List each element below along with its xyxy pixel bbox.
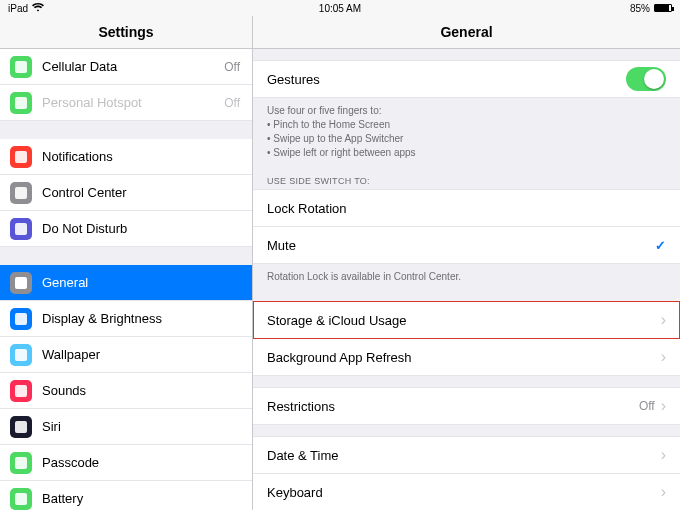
sidebar-item-cellular-data[interactable]: Cellular DataOff: [0, 49, 252, 85]
status-bar: iPad 10:05 AM 85%: [0, 0, 680, 16]
app-icon: [10, 92, 32, 114]
sidebar-item-label: Wallpaper: [42, 347, 240, 362]
restrictions-row[interactable]: Restrictions Off ›: [253, 387, 680, 425]
gestures-help: Use four or five fingers to: • Pinch to …: [253, 98, 680, 166]
app-icon: [10, 380, 32, 402]
sidebar-item-do-not-disturb[interactable]: Do Not Disturb: [0, 211, 252, 247]
clock: 10:05 AM: [319, 3, 361, 14]
sidebar-item-label: Sounds: [42, 383, 240, 398]
side-switch-lock-rotation[interactable]: Lock Rotation: [253, 189, 680, 227]
item-keyboard[interactable]: Keyboard›: [253, 473, 680, 510]
app-icon: [10, 488, 32, 510]
sidebar-item-siri[interactable]: Siri: [0, 409, 252, 445]
side-switch-mute[interactable]: Mute✓: [253, 226, 680, 264]
battery-pct: 85%: [630, 3, 650, 14]
sidebar-item-label: Notifications: [42, 149, 240, 164]
gestures-label: Gestures: [267, 72, 626, 87]
sidebar-item-label: Do Not Disturb: [42, 221, 240, 236]
sidebar-item-personal-hotspot[interactable]: Personal HotspotOff: [0, 85, 252, 121]
sidebar-item-label: Control Center: [42, 185, 240, 200]
sidebar-item-battery[interactable]: Battery: [0, 481, 252, 510]
sidebar-item-passcode[interactable]: Passcode: [0, 445, 252, 481]
sidebar-title: Settings: [0, 16, 252, 49]
detail-pane: General Gestures Use four or five finger…: [253, 16, 680, 510]
chevron-right-icon: ›: [661, 348, 666, 366]
sidebar-item-label: Personal Hotspot: [42, 95, 224, 110]
side-switch-header: USE SIDE SWITCH TO:: [253, 166, 680, 190]
app-icon: [10, 146, 32, 168]
chevron-right-icon: ›: [661, 483, 666, 501]
side-switch-note: Rotation Lock is available in Control Ce…: [253, 264, 680, 290]
chevron-right-icon: ›: [661, 397, 666, 415]
app-icon: [10, 272, 32, 294]
sidebar-item-sounds[interactable]: Sounds: [0, 373, 252, 409]
app-icon: [10, 308, 32, 330]
sidebar-item-label: Battery: [42, 491, 240, 506]
app-icon: [10, 182, 32, 204]
sidebar-item-display-brightness[interactable]: Display & Brightness: [0, 301, 252, 337]
sidebar-item-value: Off: [224, 60, 240, 74]
chevron-right-icon: ›: [661, 446, 666, 464]
chevron-right-icon: ›: [661, 311, 666, 329]
sidebar-item-notifications[interactable]: Notifications: [0, 139, 252, 175]
sidebar-item-general[interactable]: General: [0, 265, 252, 301]
wifi-icon: [32, 3, 44, 14]
app-icon: [10, 56, 32, 78]
app-icon: [10, 416, 32, 438]
app-icon: [10, 452, 32, 474]
check-icon: ✓: [655, 238, 666, 253]
gestures-row[interactable]: Gestures: [253, 60, 680, 98]
sidebar-item-label: Display & Brightness: [42, 311, 240, 326]
sidebar-item-wallpaper[interactable]: Wallpaper: [0, 337, 252, 373]
battery-icon: [654, 4, 672, 12]
item-date-time[interactable]: Date & Time›: [253, 436, 680, 474]
sidebar-item-control-center[interactable]: Control Center: [0, 175, 252, 211]
sidebar-item-label: General: [42, 275, 240, 290]
sidebar-item-label: Passcode: [42, 455, 240, 470]
gestures-toggle[interactable]: [626, 67, 666, 91]
app-icon: [10, 344, 32, 366]
app-icon: [10, 218, 32, 240]
sidebar-item-label: Cellular Data: [42, 59, 224, 74]
item-background-app-refresh[interactable]: Background App Refresh›: [253, 338, 680, 376]
sidebar-item-label: Siri: [42, 419, 240, 434]
settings-sidebar: Settings Cellular DataOffPersonal Hotspo…: [0, 16, 253, 510]
device-label: iPad: [8, 3, 28, 14]
detail-title: General: [253, 16, 680, 49]
sidebar-item-value: Off: [224, 96, 240, 110]
item-storage-icloud-usage[interactable]: Storage & iCloud Usage›: [253, 301, 680, 339]
